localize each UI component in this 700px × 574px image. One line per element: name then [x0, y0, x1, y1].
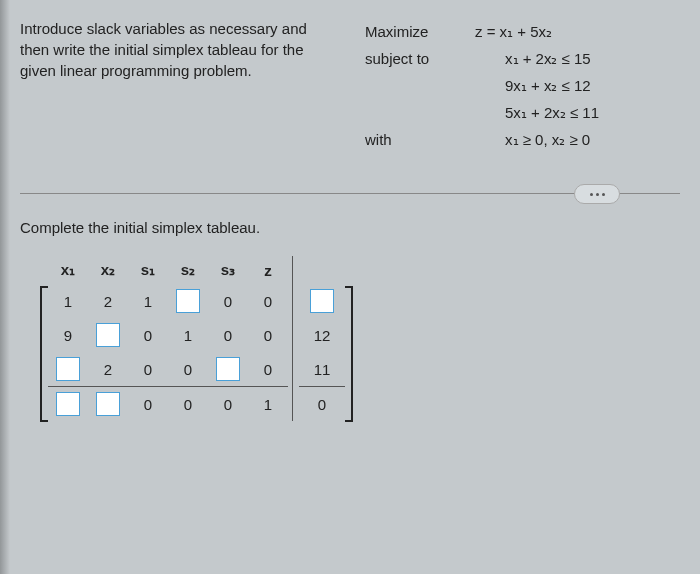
input-r3c1[interactable] [56, 357, 80, 381]
constraint-1: x₁ + 2x₂ ≤ 15 [475, 45, 591, 72]
header-z: z [248, 256, 288, 284]
objective-function: z = x₁ + 5x₂ [475, 18, 552, 45]
cell-r1c2: 2 [88, 284, 128, 318]
problem-statement: Maximize z = x₁ + 5x₂ subject to x₁ + 2x… [365, 18, 680, 153]
input-r4c2[interactable] [96, 392, 120, 416]
cell-r1c1: 1 [48, 284, 88, 318]
input-r4c1[interactable] [56, 392, 80, 416]
with-label: with [365, 126, 475, 153]
nonneg-constraint: x₁ ≥ 0, x₂ ≥ 0 [475, 126, 590, 153]
cell-r4c6: 1 [248, 386, 288, 421]
cell-r4c3: 0 [128, 386, 168, 421]
maximize-label: Maximize [365, 18, 475, 45]
cell-r4c5: 0 [208, 386, 248, 421]
header-s3: s₃ [208, 256, 248, 284]
input-r1rhs[interactable] [310, 289, 334, 313]
cell-r2c5: 0 [208, 318, 248, 352]
simplex-tableau: x₁ 1 9 x₂ 2 2 s₁ 1 0 0 [40, 256, 680, 421]
input-r3c5[interactable] [216, 357, 240, 381]
cell-r2rhs: 12 [299, 318, 345, 352]
cell-r1c5: 0 [208, 284, 248, 318]
cell-r4rhs: 0 [299, 386, 345, 421]
instructions-text: Introduce slack variables as necessary a… [20, 18, 345, 153]
cell-r3c4: 0 [168, 352, 208, 386]
constraint-2: 9x₁ + x₂ ≤ 12 [475, 72, 591, 99]
more-options-button[interactable] [574, 184, 620, 204]
subject-to-label: subject to [365, 45, 475, 72]
header-x1: x₁ [48, 256, 88, 284]
cell-r1c3: 1 [128, 284, 168, 318]
header-s1: s₁ [128, 256, 168, 284]
tableau-title: Complete the initial simplex tableau. [20, 219, 680, 236]
header-s2: s₂ [168, 256, 208, 284]
cell-r2c4: 1 [168, 318, 208, 352]
input-r2c2[interactable] [96, 323, 120, 347]
constraint-3: 5x₁ + 2x₂ ≤ 11 [475, 99, 599, 126]
cell-r3c3: 0 [128, 352, 168, 386]
cell-r3c2: 2 [88, 352, 128, 386]
cell-r2c3: 0 [128, 318, 168, 352]
cell-r2c6: 0 [248, 318, 288, 352]
section-divider [20, 193, 680, 194]
cell-r2c1: 9 [48, 318, 88, 352]
cell-r3c6: 0 [248, 352, 288, 386]
input-r1c4[interactable] [176, 289, 200, 313]
cell-r4c4: 0 [168, 386, 208, 421]
cell-r3rhs: 11 [299, 352, 345, 386]
cell-r1c6: 0 [248, 284, 288, 318]
header-x2: x₂ [88, 256, 128, 284]
